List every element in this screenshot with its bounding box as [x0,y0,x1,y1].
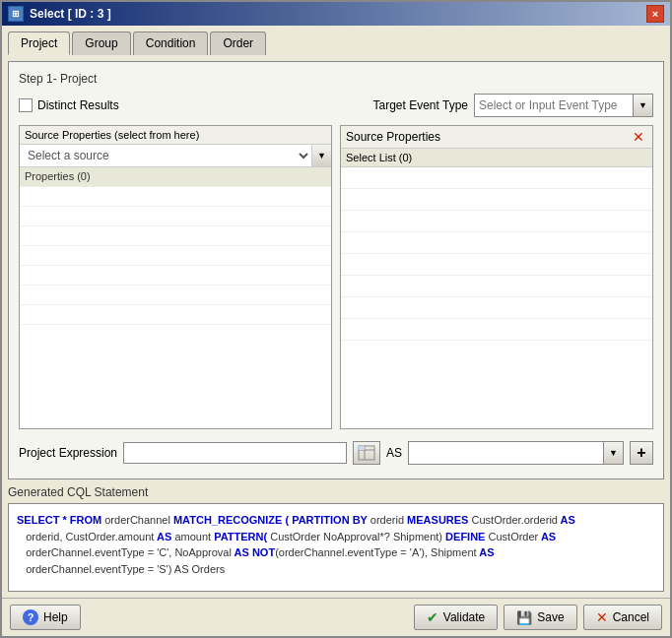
list-item [341,232,652,254]
cql-text: (orderChannel.eventType = 'A'), Shipment [275,546,476,558]
generated-cql-label: Generated CQL Statement [8,485,664,499]
as-dropdown-arrow[interactable]: ▼ [603,442,623,464]
list-item [20,226,331,246]
cancel-label: Cancel [613,610,649,624]
target-event-dropdown[interactable]: ▼ [474,94,653,117]
validate-label: Validate [443,610,485,624]
cql-text: orderChannel.eventType = 'C', NoApproval [17,546,232,558]
list-item [341,276,652,297]
as-input[interactable] [409,444,603,462]
source-select-row[interactable]: Select a source ▼ [20,145,331,167]
main-content: Project Group Condition Order Step 1- Pr… [2,26,670,598]
list-item [341,167,652,189]
tab-bar: Project Group Condition Order [8,32,664,55]
cql-text: amount [171,531,211,542]
cancel-button[interactable]: ✕ Cancel [583,605,662,630]
source-select[interactable]: Select a source [20,145,311,166]
help-icon: ? [23,609,38,625]
target-event-row: Target Event Type ▼ [372,94,653,117]
table-icon [358,445,375,461]
help-label: Help [43,610,68,624]
list-item [20,266,331,286]
cql-text: orderChannel.eventType = 'S') AS Orders [17,563,225,575]
list-item [20,305,331,325]
list-item [341,297,652,319]
cql-text: orderChannel [104,514,170,526]
cancel-icon: ✕ [596,609,608,625]
save-label: Save [537,610,564,624]
cql-text: PATTERN( [211,531,267,542]
footer: ? Help ✔ Validate 💾 Save ✕ Cancel [2,598,670,636]
cql-text: SELECT * FROM [17,514,104,526]
list-item [341,189,652,211]
cql-text: AS [558,514,575,526]
cql-text: CustOrder [485,531,538,542]
cql-text: CustOrder.orderid [472,514,558,526]
validate-icon: ✔ [427,609,438,625]
title-bar: ⊞ Select [ ID : 3 ] × [2,2,670,26]
source-select-arrow[interactable]: ▼ [311,145,331,166]
help-button[interactable]: ? Help [10,605,81,630]
cql-text: orderid [370,514,404,526]
as-dropdown[interactable]: ▼ [408,441,624,465]
source-right-panel: Source Properties ✕ Select List (0) [340,125,653,429]
target-event-label: Target Event Type [372,98,468,112]
tab-order[interactable]: Order [210,32,266,55]
cql-text: orderid, CustOrder.amount [17,531,154,542]
add-expression-button[interactable]: + [630,441,653,465]
source-list-area: Properties (0) [20,167,331,428]
main-window: ⊞ Select [ ID : 3 ] × Project Group Cond… [0,0,672,638]
target-event-arrow[interactable]: ▼ [633,95,652,116]
source-left-title: Source Properties (select from here) [20,126,331,145]
source-left-panel: Source Properties (select from here) Sel… [19,125,332,429]
tab-condition[interactable]: Condition [133,32,209,55]
as-label: AS [386,446,402,460]
properties-header: Properties (0) [20,167,331,187]
list-item [341,254,652,276]
cql-text: MATCH_RECOGNIZE ( PARTITION BY [170,514,370,526]
window-title: Select [ ID : 3 ] [30,7,111,21]
tab-group[interactable]: Group [72,32,130,55]
cql-text: AS [538,531,556,542]
cql-text: AS [154,531,171,542]
list-item [20,207,331,226]
cql-statement-box: SELECT * FROM orderChannel MATCH_RECOGNI… [8,503,664,592]
window-icon: ⊞ [8,6,24,22]
target-event-input[interactable] [475,96,633,114]
save-button[interactable]: 💾 Save [504,605,576,630]
cql-text: AS [477,546,495,558]
expression-row: Project Expression AS ▼ + [19,437,653,469]
list-item [20,187,331,207]
title-bar-text: ⊞ Select [ ID : 3 ] [8,6,111,22]
cql-text: DEFINE [442,531,485,542]
expression-icon-button[interactable] [353,441,380,465]
list-item [341,211,652,232]
distinct-row: Distinct Results Target Event Type ▼ [19,94,653,117]
footer-right: ✔ Validate 💾 Save ✕ Cancel [414,605,662,630]
expression-label: Project Expression [19,446,117,460]
close-button[interactable]: × [646,5,664,23]
distinct-results-group: Distinct Results [19,98,365,112]
list-item [341,319,652,341]
project-panel: Step 1- Project Distinct Results Target … [8,61,664,479]
step-label: Step 1- Project [19,72,653,86]
validate-button[interactable]: ✔ Validate [414,605,498,630]
right-list-area [341,167,652,428]
generated-cql-section: Generated CQL Statement SELECT * FROM or… [8,485,664,592]
distinct-label: Distinct Results [37,98,119,112]
right-panel-header: Source Properties ✕ [341,126,652,149]
source-columns: Source Properties (select from here) Sel… [19,125,653,429]
cql-text: CustOrder NoApproval*? Shipment) [267,531,442,542]
distinct-checkbox[interactable] [19,98,33,112]
list-item [20,246,331,266]
cql-text: AS NOT [232,546,275,558]
delete-button[interactable]: ✕ [630,129,647,145]
cql-text: MEASURES [404,514,471,526]
source-right-title: Source Properties [346,130,440,144]
list-item [20,286,331,305]
svg-rect-3 [359,446,365,450]
select-list-header: Select List (0) [341,149,652,167]
save-icon: 💾 [516,610,532,625]
expression-input[interactable] [123,442,347,464]
tab-project[interactable]: Project [8,32,70,55]
